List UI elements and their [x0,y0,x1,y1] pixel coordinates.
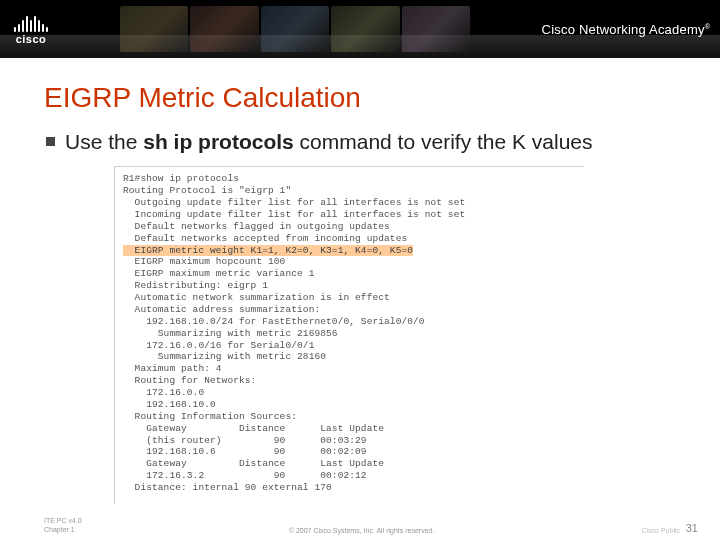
footer: ITE PC v4.0 Chapter 1 © 2007 Cisco Syste… [0,517,720,534]
footer-classification: Cisco Public [641,527,680,534]
footer-copyright: © 2007 Cisco Systems, Inc. All rights re… [82,527,642,534]
highlighted-line: EIGRP metric weight K1=1, K2=0, K3=1, K4… [123,245,413,256]
bullet-text: Use the sh ip protocols command to verif… [65,128,593,156]
cli-output: R1#show ip protocols Routing Protocol is… [123,173,576,494]
cisco-logo-bars [14,14,48,32]
footer-left: ITE PC v4.0 Chapter 1 [44,517,82,534]
cisco-logo-text: cisco [16,33,47,45]
slide-content: EIGRP Metric Calculation Use the sh ip p… [0,64,720,504]
cli-output-block: R1#show ip protocols Routing Protocol is… [114,166,584,504]
academy-label: Cisco Networking Academy® [542,22,710,37]
cisco-logo: cisco [10,14,48,45]
page-number: 31 [686,522,698,534]
banner: cisco Cisco Networking Academy® [0,0,720,58]
command-text: sh ip protocols [143,130,294,153]
banner-photo-strip [120,6,470,52]
bullet-item: Use the sh ip protocols command to verif… [46,128,676,156]
slide-title: EIGRP Metric Calculation [44,82,676,114]
bullet-icon [46,137,55,146]
